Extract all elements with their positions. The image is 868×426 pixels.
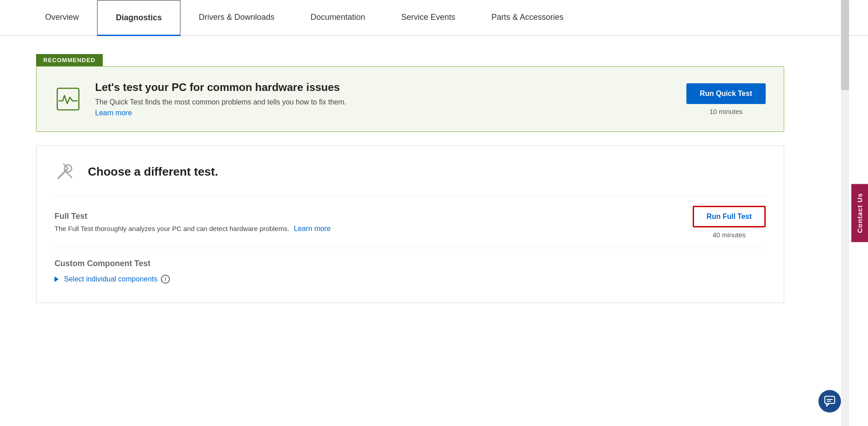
tab-overview[interactable]: Overview: [27, 0, 97, 36]
custom-component-test-section: Custom Component Test Select individual …: [55, 248, 766, 288]
recommended-section: RECOMMENDED Let's test your PC for commo…: [36, 54, 784, 132]
tab-service-events[interactable]: Service Events: [383, 0, 473, 36]
recommended-card-body: Let's test your PC for common hardware i…: [95, 81, 668, 117]
tab-diagnostics[interactable]: Diagnostics: [97, 0, 181, 36]
full-test-description: The Full Test thoroughly analyzes your P…: [55, 225, 675, 233]
run-full-test-button[interactable]: Run Full Test: [693, 206, 766, 227]
scrollbar-thumb[interactable]: [841, 0, 849, 90]
tab-drivers[interactable]: Drivers & Downloads: [181, 0, 292, 36]
different-test-card: Choose a different test. Full Test The F…: [36, 145, 784, 303]
full-test-learn-more-link[interactable]: Learn more: [294, 225, 331, 232]
chat-icon-button[interactable]: [818, 390, 841, 412]
tab-parts[interactable]: Parts & Accessories: [473, 0, 581, 36]
quick-test-time: 10 minutes: [709, 108, 742, 115]
different-test-title: Choose a different test.: [88, 165, 218, 179]
recommended-card-description: The Quick Test finds the most common pro…: [95, 98, 668, 106]
full-test-body: Full Test The Full Test thoroughly analy…: [55, 212, 675, 233]
select-components-label: Select individual components: [64, 275, 157, 283]
recommended-learn-more-link[interactable]: Learn more: [95, 109, 132, 117]
main-content: RECOMMENDED Let's test your PC for commo…: [0, 36, 820, 321]
tools-icon: [55, 160, 77, 183]
full-test-action: Run Full Test 40 minutes: [693, 206, 766, 239]
chevron-right-icon: [55, 276, 59, 282]
custom-test-title: Custom Component Test: [55, 259, 766, 268]
svg-rect-0: [57, 88, 79, 110]
recommended-card-title: Let's test your PC for common hardware i…: [95, 81, 668, 94]
hardware-test-icon: [55, 86, 82, 113]
full-test-row: Full Test The Full Test thoroughly analy…: [55, 196, 766, 248]
tab-documentation[interactable]: Documentation: [292, 0, 383, 36]
different-test-header: Choose a different test.: [55, 160, 766, 183]
info-icon[interactable]: i: [161, 275, 170, 284]
scrollbar[interactable]: [841, 0, 849, 426]
recommended-badge: RECOMMENDED: [36, 54, 103, 66]
recommended-card: Let's test your PC for common hardware i…: [36, 66, 784, 132]
recommended-card-action: Run Quick Test 10 minutes: [686, 83, 766, 115]
top-navigation: Overview Diagnostics Drivers & Downloads…: [0, 0, 868, 36]
run-quick-test-button[interactable]: Run Quick Test: [686, 83, 766, 104]
contact-us-sidebar[interactable]: Contact Us: [851, 184, 868, 242]
select-components-link[interactable]: Select individual components i: [55, 275, 766, 284]
full-test-title: Full Test: [55, 212, 675, 221]
full-test-time: 40 minutes: [713, 231, 745, 239]
